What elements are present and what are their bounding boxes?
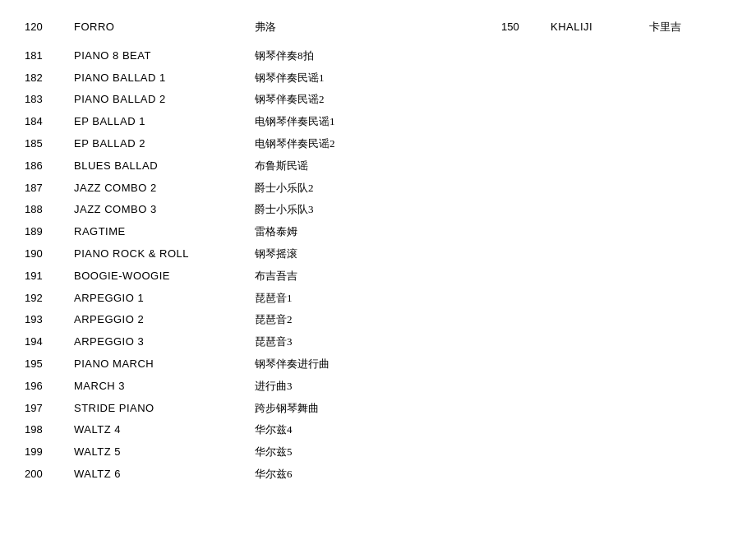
item-en: EP BALLAD 2 bbox=[74, 136, 255, 153]
list-item: 196 MARCH 3 进行曲3 bbox=[25, 376, 731, 398]
item-en: ARPEGGIO 1 bbox=[74, 290, 255, 307]
item-en: MARCH 3 bbox=[74, 378, 255, 395]
list-item: 192 ARPEGGIO 1 琵琶音1 bbox=[25, 288, 731, 310]
list-item: 198 WALTZ 4 华尔兹4 bbox=[25, 419, 731, 441]
item-en: WALTZ 4 bbox=[74, 422, 255, 439]
item-en: STRIDE PIANO bbox=[74, 400, 255, 417]
item-en: RAGTIME bbox=[74, 224, 255, 241]
item-en: EP BALLAD 1 bbox=[74, 113, 255, 131]
item-en: BLUES BALLAD bbox=[74, 158, 255, 175]
item-zh: 雷格泰姆 bbox=[255, 224, 419, 241]
list-item: 189 RAGTIME 雷格泰姆 bbox=[25, 221, 731, 243]
item-num: 199 bbox=[25, 444, 74, 461]
item-num: 189 bbox=[25, 224, 74, 241]
item-num: 194 bbox=[25, 334, 74, 351]
list-item: 194 ARPEGGIO 3 琵琶音3 bbox=[25, 331, 731, 353]
item-zh: 钢琴伴奏民谣2 bbox=[255, 91, 419, 108]
item-num: 190 bbox=[25, 246, 74, 263]
list-item: 195 PIANO MARCH 钢琴伴奏进行曲 bbox=[25, 353, 731, 376]
item-en: PIANO 8 BEAT bbox=[74, 48, 255, 65]
item-en: ARPEGGIO 2 bbox=[74, 311, 255, 329]
item-en: PIANO BALLAD 1 bbox=[74, 70, 255, 87]
list-item: 191 BOOGIE-WOOGIE 布吉吾吉 bbox=[25, 265, 731, 288]
list-item: 190 PIANO ROCK & ROLL 钢琴摇滚 bbox=[25, 243, 731, 265]
item-zh: 电钢琴伴奏民谣2 bbox=[255, 136, 419, 153]
item-num: 181 bbox=[25, 48, 74, 65]
list-item: 183 PIANO BALLAD 2 钢琴伴奏民谣2 bbox=[25, 89, 731, 111]
item-en: WALTZ 5 bbox=[74, 444, 255, 461]
list-item: 187 JAZZ COMBO 2 爵士小乐队2 bbox=[25, 178, 731, 200]
item-zh: 钢琴伴奏进行曲 bbox=[255, 356, 419, 373]
item-en: PIANO MARCH bbox=[74, 356, 255, 373]
item-zh: 钢琴伴奏8拍 bbox=[255, 48, 419, 65]
item-num: 187 bbox=[25, 180, 74, 197]
item-num: 183 bbox=[25, 91, 74, 108]
item-num: 195 bbox=[25, 356, 74, 373]
header-en1: FORRO bbox=[74, 19, 255, 36]
list-item: 188 JAZZ COMBO 3 爵士小乐队3 bbox=[25, 199, 731, 221]
item-num: 182 bbox=[25, 70, 74, 87]
item-zh: 爵士小乐队3 bbox=[255, 201, 419, 219]
item-num: 191 bbox=[25, 268, 74, 285]
item-num: 185 bbox=[25, 136, 74, 153]
item-en: ARPEGGIO 3 bbox=[74, 334, 255, 351]
item-num: 200 bbox=[25, 466, 74, 483]
list-item: 193 ARPEGGIO 2 琵琶音2 bbox=[25, 309, 731, 331]
list-item: 184 EP BALLAD 1 电钢琴伴奏民谣1 bbox=[25, 111, 731, 133]
rows-container: 181 PIANO 8 BEAT 钢琴伴奏8拍 182 PIANO BALLAD… bbox=[25, 45, 731, 486]
list-item: 182 PIANO BALLAD 1 钢琴伴奏民谣1 bbox=[25, 67, 731, 90]
item-zh: 电钢琴伴奏民谣1 bbox=[255, 113, 419, 131]
item-zh: 爵士小乐队2 bbox=[255, 180, 419, 197]
item-zh: 华尔兹5 bbox=[255, 444, 419, 461]
item-en: BOOGIE-WOOGIE bbox=[74, 268, 255, 285]
item-num: 198 bbox=[25, 422, 74, 439]
item-num: 197 bbox=[25, 400, 74, 417]
item-en: PIANO BALLAD 2 bbox=[74, 91, 255, 108]
list-item: 197 STRIDE PIANO 跨步钢琴舞曲 bbox=[25, 398, 731, 420]
item-en: PIANO ROCK & ROLL bbox=[74, 246, 255, 263]
header-num2: 150 bbox=[501, 19, 551, 36]
item-zh: 钢琴摇滚 bbox=[255, 246, 419, 263]
item-num: 188 bbox=[25, 201, 74, 219]
item-zh: 布吉吾吉 bbox=[255, 268, 419, 285]
item-num: 193 bbox=[25, 311, 74, 329]
item-en: JAZZ COMBO 2 bbox=[74, 180, 255, 197]
header-num1: 120 bbox=[25, 19, 74, 36]
item-zh: 华尔兹4 bbox=[255, 422, 419, 439]
item-en: JAZZ COMBO 3 bbox=[74, 201, 255, 219]
list-item: 185 EP BALLAD 2 电钢琴伴奏民谣2 bbox=[25, 133, 731, 155]
item-zh: 进行曲3 bbox=[255, 378, 419, 395]
list-item: 181 PIANO 8 BEAT 钢琴伴奏8拍 bbox=[25, 45, 731, 67]
item-zh: 琵琶音2 bbox=[255, 311, 419, 329]
music-list: 120 FORRO 弗洛 150 KHALIJI 卡里吉 181 PIANO 8… bbox=[25, 16, 731, 486]
item-zh: 华尔兹6 bbox=[255, 466, 419, 483]
item-num: 184 bbox=[25, 113, 74, 131]
header-en2: KHALIJI bbox=[551, 19, 649, 36]
list-item: 199 WALTZ 5 华尔兹5 bbox=[25, 441, 731, 464]
header-row: 120 FORRO 弗洛 150 KHALIJI 卡里吉 bbox=[25, 16, 731, 39]
item-zh: 跨步钢琴舞曲 bbox=[255, 400, 419, 417]
item-num: 186 bbox=[25, 158, 74, 175]
item-zh: 布鲁斯民谣 bbox=[255, 158, 419, 175]
item-num: 196 bbox=[25, 378, 74, 395]
item-zh: 琵琶音1 bbox=[255, 290, 419, 307]
item-num: 192 bbox=[25, 290, 74, 307]
header-zh1: 弗洛 bbox=[255, 19, 419, 36]
header-zh2: 卡里吉 bbox=[649, 19, 731, 36]
item-en: WALTZ 6 bbox=[74, 466, 255, 483]
item-zh: 钢琴伴奏民谣1 bbox=[255, 70, 419, 87]
list-item: 186 BLUES BALLAD 布鲁斯民谣 bbox=[25, 155, 731, 178]
item-zh: 琵琶音3 bbox=[255, 334, 419, 351]
list-item: 200 WALTZ 6 华尔兹6 bbox=[25, 464, 731, 486]
